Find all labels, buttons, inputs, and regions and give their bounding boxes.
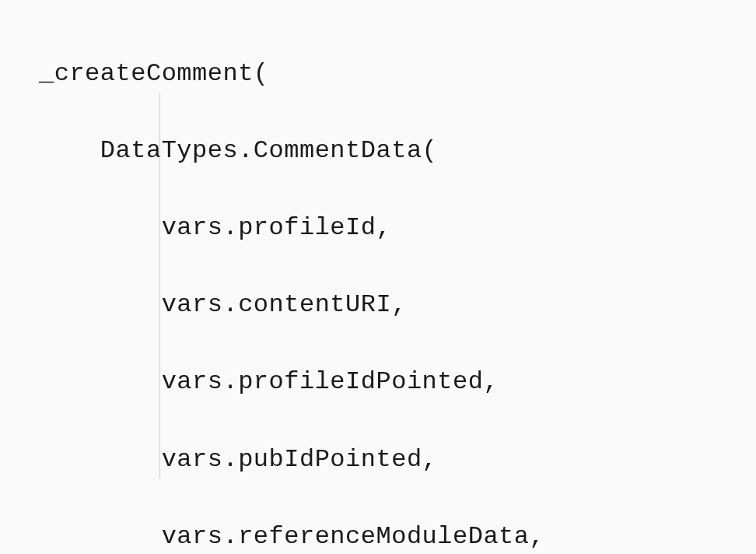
code-line: vars.profileIdPointed, <box>39 363 756 401</box>
code-line: vars.profileId, <box>39 209 756 247</box>
code-line: _createComment( <box>39 54 756 93</box>
code-line: DataTypes.CommentData( <box>39 131 756 170</box>
code-snippet: _createComment( DataTypes.CommentData( v… <box>39 16 756 554</box>
code-line: vars.referenceModuleData, <box>39 517 756 554</box>
code-line: vars.contentURI, <box>39 286 756 324</box>
indent-guide <box>159 93 160 479</box>
code-line: vars.pubIdPointed, <box>39 440 756 479</box>
